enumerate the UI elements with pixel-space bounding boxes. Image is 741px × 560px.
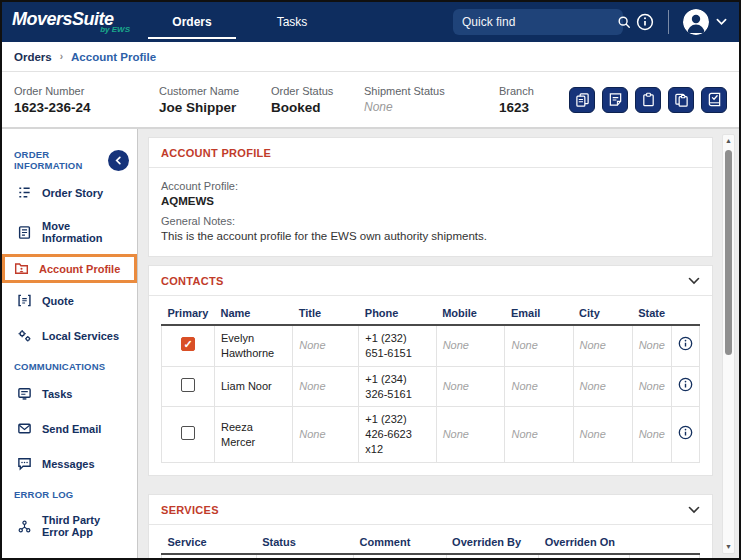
col-service: Service	[162, 531, 257, 554]
tab-orders[interactable]: Orders	[142, 2, 242, 42]
user-avatar[interactable]	[683, 9, 709, 35]
contact-city: None	[573, 407, 632, 463]
contact-state: None	[632, 325, 671, 366]
services-collapse-chevron-down-icon[interactable]	[688, 506, 700, 514]
contact-city: None	[573, 325, 632, 366]
sidebar-item-messages[interactable]: Messages	[2, 446, 137, 481]
customer-name-field: Customer Name Joe Shipper	[159, 85, 271, 115]
shipment-status-field: Shipment Status None	[364, 85, 499, 114]
col-email: Email	[505, 302, 573, 325]
order-number-value: 1623-236-24	[14, 100, 159, 115]
primary-checkbox[interactable]	[181, 378, 195, 392]
notes-icon[interactable]	[602, 87, 628, 113]
col-overriden-by: Overriden By	[446, 531, 539, 554]
services-section-title: SERVICES	[161, 504, 219, 516]
col-name: Name	[214, 302, 292, 325]
contact-info-icon[interactable]	[678, 377, 693, 392]
contact-email: None	[505, 407, 573, 463]
contact-info-icon[interactable]	[678, 336, 693, 351]
contacts-collapse-chevron-down-icon[interactable]	[688, 277, 700, 285]
order-number-label: Order Number	[14, 85, 159, 97]
shipment-status-label: Shipment Status	[364, 85, 499, 97]
local-services-icon	[17, 328, 32, 343]
contact-row: Reeza Mercer None +1 (232) 426-6623 x12 …	[162, 407, 700, 463]
contact-info-icon[interactable]	[678, 425, 693, 440]
clipboard-copy-icon[interactable]	[668, 87, 694, 113]
customer-name-label: Customer Name	[159, 85, 271, 97]
sidebar-item-tasks[interactable]: Tasks	[2, 376, 137, 411]
services-header-row: Service Status Comment Overriden By Over…	[162, 531, 700, 554]
primary-tabs: Orders Tasks	[142, 2, 342, 42]
primary-checkbox[interactable]	[181, 337, 195, 351]
vertical-scrollbar[interactable]: ▲ ▼	[722, 134, 735, 554]
contacts-section-title: CONTACTS	[161, 275, 224, 287]
contact-phone: +1 (232) 426-6623 x12	[359, 407, 436, 463]
service-comment: None	[354, 554, 447, 558]
col-phone: Phone	[359, 302, 436, 325]
contact-row: Liam Noor None +1 (234) 326-5161 None No…	[162, 366, 700, 407]
sidebar-item-third-party-error-app[interactable]: Third Party Error App	[2, 504, 137, 548]
user-menu-chevron-down-icon[interactable]	[716, 18, 727, 26]
contact-title: None	[293, 407, 359, 463]
book-check-icon[interactable]	[701, 87, 727, 113]
order-story-icon	[17, 185, 32, 200]
sidebar-item-order-story[interactable]: Order Story	[2, 175, 137, 210]
scrollbar-down-arrow-icon[interactable]: ▼	[723, 542, 734, 552]
clipboard-icon[interactable]	[635, 87, 661, 113]
topbar-divider	[668, 10, 669, 34]
sidebar-item-label: Local Services	[42, 330, 119, 342]
col-status: Status	[256, 531, 353, 554]
quick-find-input[interactable]	[462, 15, 617, 29]
contact-row: Evelyn Hawthorne None +1 (232) 651-6151 …	[162, 325, 700, 366]
branch-label: Branch	[499, 85, 569, 97]
sidebar-item-send-email[interactable]: Send Email	[2, 411, 137, 446]
sidebar-item-quote[interactable]: Quote	[2, 283, 137, 318]
breadcrumb-orders[interactable]: Orders	[14, 51, 52, 63]
order-action-buttons	[569, 87, 727, 113]
account-profile-field-value: AQMEWS	[161, 195, 700, 207]
sidebar-item-label: Quote	[42, 295, 74, 307]
sidebar-collapse-button[interactable]	[108, 150, 129, 171]
customer-name-value: Joe Shipper	[159, 100, 271, 115]
contact-email: None	[505, 325, 573, 366]
info-icon[interactable]	[636, 13, 654, 31]
sidebar-item-label: Third Party Error App	[42, 514, 122, 538]
sidebar-section-error-log: ERROR LOG	[2, 489, 137, 500]
scrollbar-up-arrow-icon[interactable]: ▲	[723, 136, 734, 146]
contact-city: None	[573, 366, 632, 407]
contact-state: None	[632, 407, 671, 463]
col-overriden-on: Overriden On	[539, 531, 630, 554]
primary-checkbox[interactable]	[181, 426, 195, 440]
breadcrumb: Orders › Account Profile	[2, 42, 739, 72]
service-row: 3rd Parties Call None None None Override	[162, 554, 700, 558]
third-party-error-icon	[17, 519, 32, 534]
contact-mobile: None	[436, 407, 505, 463]
app-window: MoversSuite by EWS Orders Tasks Orders ›…	[0, 0, 741, 560]
sidebar-item-move-information[interactable]: Move Information	[2, 210, 137, 254]
contact-mobile: None	[436, 366, 505, 407]
contact-title: None	[293, 366, 359, 407]
search-icon[interactable]	[617, 15, 631, 29]
contacts-header-row: Primary Name Title Phone Mobile Email Ci…	[162, 302, 700, 325]
scrollbar-thumb[interactable]	[725, 150, 732, 355]
order-status-field: Order Status Booked	[271, 85, 364, 115]
general-notes-value: This is the account profile for the EWS …	[161, 230, 700, 242]
tab-tasks[interactable]: Tasks	[242, 2, 342, 42]
col-title: Title	[293, 302, 359, 325]
sidebar-item-label: Account Profile	[39, 263, 120, 275]
contact-name: Reeza Mercer	[214, 407, 292, 463]
sidebar-item-label: Move Information	[42, 220, 122, 244]
shipment-status-value: None	[364, 100, 499, 114]
contacts-section: CONTACTS Primary Name Title Phone Mobile	[148, 265, 713, 476]
sidebar-item-label: Tasks	[42, 388, 72, 400]
sidebar-item-account-profile[interactable]: Account Profile	[2, 254, 137, 283]
section-title: ORDER INFORMATION	[14, 149, 108, 171]
order-status-label: Order Status	[271, 85, 364, 97]
copy-documents-icon[interactable]	[569, 87, 595, 113]
sidebar-item-local-services[interactable]: Local Services	[2, 318, 137, 353]
col-mobile: Mobile	[436, 302, 505, 325]
col-primary: Primary	[162, 302, 215, 325]
account-profile-section-title: ACCOUNT PROFILE	[161, 147, 271, 159]
service-overriden-on: None	[539, 554, 630, 558]
top-navigation-bar: MoversSuite by EWS Orders Tasks	[2, 2, 739, 42]
